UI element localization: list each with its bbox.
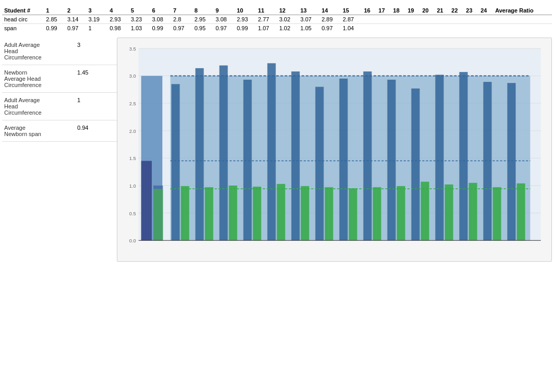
svg-rect-26 xyxy=(267,63,275,240)
col-8: 8 xyxy=(192,6,214,15)
svg-rect-45 xyxy=(493,187,501,240)
chart-area: 0.00.51.01.52.02.53.03.5 xyxy=(117,38,552,262)
col-20: 20 xyxy=(420,6,435,15)
svg-rect-20 xyxy=(195,68,203,240)
cell-value: 1.03 xyxy=(129,24,150,33)
col-7: 7 xyxy=(171,6,192,15)
col-3: 3 xyxy=(87,6,108,15)
svg-rect-54 xyxy=(153,189,163,240)
cell-value: 2.93 xyxy=(107,15,129,24)
col-24: 24 xyxy=(478,6,493,15)
table-row: head circ2.853.143.192.933.233.082.82.95… xyxy=(2,15,552,24)
col-avg: Average Ratio xyxy=(493,6,552,15)
cell-value xyxy=(449,24,464,33)
svg-rect-34 xyxy=(363,71,371,240)
cell-value xyxy=(478,24,493,33)
svg-rect-25 xyxy=(253,187,261,240)
svg-rect-29 xyxy=(301,186,309,240)
col-19: 19 xyxy=(405,6,420,15)
info-value: 0.94 xyxy=(75,120,117,142)
info-label: Adult Average Head Circumference xyxy=(2,38,75,65)
info-row: Adult Average Head Circumference1 xyxy=(2,93,117,120)
svg-rect-23 xyxy=(229,186,237,240)
cell-value xyxy=(435,24,449,33)
cell-value: 0.97 xyxy=(65,24,87,33)
svg-rect-40 xyxy=(435,75,443,240)
info-label: Average Newborn span xyxy=(2,120,75,142)
svg-rect-21 xyxy=(205,187,213,240)
col-14: 14 xyxy=(319,6,341,15)
cell-value: 0.97 xyxy=(213,24,235,33)
cell-value xyxy=(377,15,391,24)
cell-value: 3.07 xyxy=(298,15,320,24)
svg-rect-47 xyxy=(517,183,525,240)
svg-text:1.0: 1.0 xyxy=(129,183,136,189)
col-12: 12 xyxy=(277,6,298,15)
col-11: 11 xyxy=(256,6,278,15)
table-row: span0.990.9710.981.030.990.970.950.970.9… xyxy=(2,24,552,33)
cell-value: 3.19 xyxy=(87,15,108,24)
cell-value: 2.8 xyxy=(171,15,192,24)
cell-value: 2.77 xyxy=(256,15,278,24)
info-row: Average Newborn span0.94 xyxy=(2,120,117,142)
cell-value: 0.99 xyxy=(150,24,171,33)
svg-rect-28 xyxy=(291,71,299,240)
svg-rect-27 xyxy=(277,184,285,240)
cell-value: 3.08 xyxy=(213,15,235,24)
cell-value xyxy=(362,24,377,33)
cell-value xyxy=(405,15,420,24)
cell-value: 1.05 xyxy=(298,24,320,33)
cell-value xyxy=(493,24,552,33)
col-18: 18 xyxy=(391,6,406,15)
cell-value xyxy=(464,15,478,24)
svg-rect-31 xyxy=(325,187,333,240)
cell-value: 0.98 xyxy=(107,24,129,33)
info-value: 1.45 xyxy=(75,65,117,93)
svg-text:1.5: 1.5 xyxy=(129,156,136,161)
cell-value: 2.87 xyxy=(341,15,362,24)
svg-rect-37 xyxy=(397,186,405,240)
info-body: Adult Average Head Circumference3Newborn… xyxy=(2,38,117,142)
cell-value: 0.99 xyxy=(44,24,65,33)
cell-value xyxy=(362,15,377,24)
data-table: Student # 1 2 3 4 5 6 7 8 9 10 11 12 13 … xyxy=(2,6,552,32)
cell-value xyxy=(435,15,449,24)
cell-value xyxy=(420,15,435,24)
cell-value: 1 xyxy=(87,24,108,33)
cell-value xyxy=(405,24,420,33)
info-row: Newborn Average Head Circumference1.45 xyxy=(2,65,117,93)
svg-text:2.0: 2.0 xyxy=(129,129,136,134)
row-label: span xyxy=(2,24,44,33)
info-row: Adult Average Head Circumference3 xyxy=(2,38,117,65)
cell-value: 1.04 xyxy=(341,24,362,33)
col-16: 16 xyxy=(362,6,377,15)
cell-value xyxy=(391,15,406,24)
page-container: Student # 1 2 3 4 5 6 7 8 9 10 11 12 13 … xyxy=(0,0,554,266)
info-value: 3 xyxy=(75,38,117,65)
info-value: 1 xyxy=(75,93,117,120)
col-10: 10 xyxy=(235,6,256,15)
cell-value: 0.97 xyxy=(319,24,341,33)
svg-text:0.0: 0.0 xyxy=(129,238,136,243)
svg-rect-41 xyxy=(445,185,453,240)
svg-rect-33 xyxy=(349,188,357,240)
cell-value: 2.93 xyxy=(235,15,256,24)
cell-value: 2.89 xyxy=(319,15,341,24)
table-body: head circ2.853.143.192.933.233.082.82.95… xyxy=(2,15,552,33)
cell-value: 3.08 xyxy=(150,15,171,24)
svg-rect-19 xyxy=(181,186,189,240)
cell-value: 3.23 xyxy=(129,15,150,24)
svg-rect-42 xyxy=(459,72,467,240)
col-2: 2 xyxy=(65,6,87,15)
cell-value: 1.02 xyxy=(277,24,298,33)
cell-value xyxy=(478,15,493,24)
svg-rect-18 xyxy=(171,84,179,240)
col-4: 4 xyxy=(107,6,129,15)
lower-section: Adult Average Head Circumference3Newborn… xyxy=(2,38,552,262)
svg-text:2.5: 2.5 xyxy=(129,101,136,106)
col-15: 15 xyxy=(341,6,362,15)
col-22: 22 xyxy=(449,6,464,15)
svg-rect-30 xyxy=(315,87,323,241)
cell-value xyxy=(377,24,391,33)
col-23: 23 xyxy=(464,6,478,15)
